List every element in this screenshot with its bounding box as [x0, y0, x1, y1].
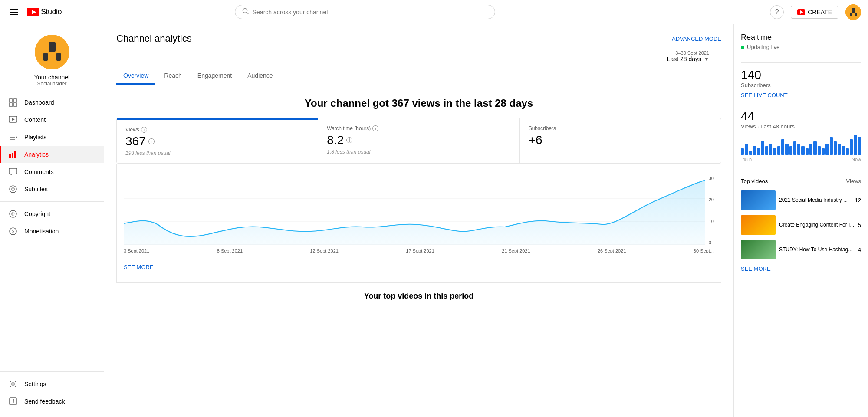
copyright-icon: © [9, 210, 17, 218]
tab-audience[interactable]: Audience [240, 68, 279, 85]
sidebar-item-dashboard[interactable]: Dashboard [0, 94, 104, 111]
sidebar-item-analytics[interactable]: Analytics [0, 146, 104, 163]
sidebar-item-settings[interactable]: Settings [0, 375, 104, 393]
date-range-label: 3–30 Sept 2021 [675, 50, 709, 56]
analytics-main: Your channel got 367 views in the last 2… [104, 85, 733, 417]
subtitles-icon [9, 185, 17, 194]
x-axis-labels: 3 Sept 2021 8 Sept 2021 12 Sept 2021 17 … [124, 246, 714, 253]
metric-watch-sub: 1.8 less than usual [327, 149, 510, 155]
sidebar-item-playlists[interactable]: Playlists [0, 128, 104, 146]
monetisation-icon: $ [9, 227, 17, 236]
chart-container: 30 20 10 0 3 Sept 2021 8 Sept 2021 12 Se… [116, 164, 721, 283]
metric-subs-value: +6 [529, 133, 712, 147]
sidebar-label-settings: Settings [24, 381, 46, 387]
help-button[interactable]: ? [770, 5, 784, 19]
metrics-container: Views i 367 i 193 less than usual Watch … [116, 118, 721, 164]
nav-divider [0, 201, 104, 202]
sidebar-item-content[interactable]: Content [0, 111, 104, 128]
list-item[interactable]: STUDY: How To Use Hashtag... 4 [741, 237, 861, 262]
mini-chart [741, 133, 861, 155]
create-label: CREATE [808, 9, 832, 16]
svg-point-29 [12, 188, 14, 190]
views-48h-label: Views · Last 48 hours [741, 123, 861, 130]
svg-line-3 [247, 13, 248, 14]
views-info-icon[interactable]: i [141, 127, 147, 133]
mini-bar [761, 141, 764, 155]
mini-bar [806, 148, 809, 155]
x-label-5: 26 Sept 2021 [598, 248, 626, 253]
rt-see-more-button[interactable]: SEE MORE [741, 266, 861, 272]
x-label-6: 30 Sept... [694, 248, 714, 253]
metric-views[interactable]: Views i 367 i 193 less than usual [117, 118, 318, 163]
tab-reach-label: Reach [164, 72, 181, 79]
y-label-0: 0 [709, 240, 714, 245]
create-button[interactable]: CREATE [791, 6, 838, 19]
views-value-info-icon[interactable]: i [148, 138, 155, 144]
comments-icon [9, 167, 17, 176]
mini-bar [813, 141, 816, 155]
metric-subscribers[interactable]: Subscribers +6 [520, 118, 721, 163]
sidebar-item-monetisation[interactable]: $ Monetisation [0, 223, 104, 240]
tab-engagement[interactable]: Engagement [191, 68, 239, 85]
channel-name: Your channel [34, 74, 69, 81]
list-item[interactable]: Create Engaging Content For I... 5 [741, 213, 861, 237]
search-bar[interactable] [235, 5, 495, 19]
x-label-1: 8 Sept 2021 [217, 248, 243, 253]
mini-bar [834, 141, 837, 155]
tab-reach[interactable]: Reach [157, 68, 188, 85]
y-axis-labels: 30 20 10 0 [705, 176, 714, 245]
feedback-icon: ! [9, 397, 17, 406]
dashboard-icon [9, 98, 17, 107]
search-icon [242, 8, 249, 16]
tabs-bar: Overview Reach Engagement Audience [104, 68, 733, 85]
y-label-10: 10 [709, 219, 714, 224]
rt-divider-3 [741, 167, 861, 167]
mini-bar [757, 148, 760, 155]
watch-info-icon[interactable]: i [372, 125, 378, 131]
x-label-2: 12 Sept 2021 [310, 248, 338, 253]
list-item[interactable]: 2021 Social Media Industry ... 12 [741, 188, 861, 213]
svg-rect-27 [9, 168, 17, 174]
svg-rect-14 [9, 99, 13, 102]
mini-bar [769, 144, 772, 155]
channel-avatar[interactable] [35, 35, 69, 69]
content-icon [9, 115, 17, 124]
metric-subs-label: Subscribers [529, 125, 712, 131]
mini-bar [825, 144, 829, 155]
see-live-count-button[interactable]: SEE LIVE COUNT [741, 92, 861, 99]
rt-divider-2 [741, 104, 861, 104]
x-label-3: 17 Sept 2021 [406, 248, 434, 253]
views-headline: Your channel got 367 views in the last 2… [116, 85, 721, 118]
x-label-4: 21 Sept 2021 [502, 248, 530, 253]
metric-watch-label: Watch time (hours) i [327, 125, 510, 131]
date-dropdown[interactable]: Last 28 days ▼ [667, 56, 709, 62]
mini-chart-left-label: -48 h [741, 157, 752, 162]
watch-value-info-icon[interactable]: i [346, 137, 352, 143]
sidebar-item-copyright[interactable]: © Copyright [0, 205, 104, 223]
metric-watch-value: 8.2 i [327, 133, 510, 147]
mini-bar [822, 148, 825, 155]
sidebar-item-comments[interactable]: Comments [0, 163, 104, 181]
tab-overview[interactable]: Overview [116, 68, 155, 85]
metric-watch-time[interactable]: Watch time (hours) i 8.2 i 1.8 less than… [318, 118, 519, 163]
svg-rect-25 [12, 153, 13, 158]
advanced-mode-button[interactable]: ADVANCED MODE [672, 36, 721, 42]
search-input[interactable] [253, 9, 488, 16]
sidebar-nav: Dashboard Content Playlists Analytics [0, 94, 104, 368]
mini-bar [850, 139, 853, 155]
avatar[interactable] [845, 4, 861, 20]
subscribers-label: Subscribers [741, 82, 861, 89]
logo[interactable]: Studio [27, 7, 62, 16]
video-thumbnail [741, 240, 776, 259]
svg-rect-26 [14, 151, 16, 158]
metric-views-value: 367 i [125, 135, 309, 148]
sidebar-item-send-feedback[interactable]: ! Send feedback [0, 393, 104, 410]
svg-point-28 [10, 186, 16, 193]
sidebar-item-subtitles[interactable]: Subtitles [0, 181, 104, 198]
hamburger-button[interactable] [7, 6, 22, 19]
see-more-button[interactable]: SEE MORE [124, 260, 154, 277]
updating-live: Updating live [741, 44, 861, 50]
mini-bar [858, 137, 861, 155]
mini-bar [753, 146, 756, 155]
create-icon [797, 9, 805, 15]
